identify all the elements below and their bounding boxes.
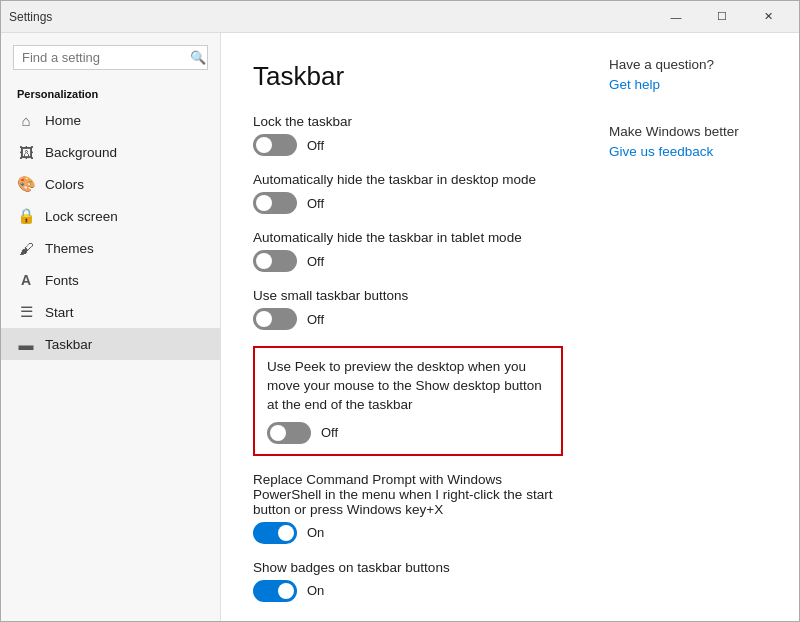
peek-setting-box: Use Peek to preview the desktop when you… — [253, 346, 563, 456]
right-panel: Have a question? Get help Make Windows b… — [599, 33, 799, 621]
sidebar-item-label-home: Home — [45, 113, 81, 128]
right-panel-help-title: Have a question? — [609, 57, 779, 72]
toggle-row-auto-hide-desktop: Off — [253, 192, 563, 214]
label-auto-hide-desktop: Automatically hide the taskbar in deskto… — [253, 172, 563, 187]
sidebar-item-themes[interactable]: 🖌 Themes — [1, 232, 220, 264]
label-auto-hide-tablet: Automatically hide the taskbar in tablet… — [253, 230, 563, 245]
titlebar-controls: — ☐ ✕ — [653, 1, 791, 33]
label-show-badges: Show badges on taskbar buttons — [253, 560, 563, 575]
sidebar-item-label-themes: Themes — [45, 241, 94, 256]
sidebar-item-label-taskbar: Taskbar — [45, 337, 92, 352]
titlebar: Settings — ☐ ✕ — [1, 1, 799, 33]
main-content: Taskbar Lock the taskbar Off Automatical… — [221, 33, 599, 621]
page-title: Taskbar — [253, 61, 563, 92]
settings-window: Settings — ☐ ✕ 🔍 Personalization ⌂ Home … — [0, 0, 800, 622]
sidebar-item-label-start: Start — [45, 305, 74, 320]
maximize-button[interactable]: ☐ — [699, 1, 745, 33]
sidebar-section-label: Personalization — [1, 78, 220, 104]
toggle-peek[interactable] — [267, 422, 311, 444]
taskbar-icon: ▬ — [17, 335, 35, 353]
setting-small-buttons: Use small taskbar buttons Off — [253, 288, 563, 330]
sidebar-item-label-colors: Colors — [45, 177, 84, 192]
sidebar-item-label-lock-screen: Lock screen — [45, 209, 118, 224]
get-help-link[interactable]: Get help — [609, 77, 660, 92]
sidebar-item-background[interactable]: 🖼 Background — [1, 136, 220, 168]
lock-screen-icon: 🔒 — [17, 207, 35, 225]
sidebar-item-fonts[interactable]: A Fonts — [1, 264, 220, 296]
search-input[interactable] — [22, 50, 190, 65]
start-icon: ☰ — [17, 303, 35, 321]
toggle-label-lock-taskbar: Off — [307, 138, 324, 153]
sidebar-item-home[interactable]: ⌂ Home — [1, 104, 220, 136]
right-panel-feedback-title: Make Windows better — [609, 124, 779, 139]
sidebar-item-taskbar[interactable]: ▬ Taskbar — [1, 328, 220, 360]
search-box[interactable]: 🔍 — [13, 45, 208, 70]
toggle-show-badges[interactable] — [253, 580, 297, 602]
sidebar-item-lock-screen[interactable]: 🔒 Lock screen — [1, 200, 220, 232]
right-panel-help: Have a question? Get help — [609, 57, 779, 100]
toggle-small-buttons[interactable] — [253, 308, 297, 330]
toggle-label-auto-hide-tablet: Off — [307, 254, 324, 269]
toggle-auto-hide-tablet[interactable] — [253, 250, 297, 272]
toggle-row-replace-cmd: On — [253, 522, 563, 544]
titlebar-title: Settings — [9, 10, 653, 24]
toggle-label-peek: Off — [321, 425, 338, 440]
setting-auto-hide-desktop: Automatically hide the taskbar in deskto… — [253, 172, 563, 214]
toggle-label-replace-cmd: On — [307, 525, 324, 540]
toggle-label-show-badges: On — [307, 583, 324, 598]
home-icon: ⌂ — [17, 111, 35, 129]
background-icon: 🖼 — [17, 143, 35, 161]
setting-replace-cmd: Replace Command Prompt with Windows Powe… — [253, 472, 563, 544]
search-icon: 🔍 — [190, 50, 206, 65]
minimize-button[interactable]: — — [653, 1, 699, 33]
setting-auto-hide-tablet: Automatically hide the taskbar in tablet… — [253, 230, 563, 272]
give-feedback-link[interactable]: Give us feedback — [609, 144, 713, 159]
setting-show-badges: Show badges on taskbar buttons On — [253, 560, 563, 602]
colors-icon: 🎨 — [17, 175, 35, 193]
toggle-row-lock-taskbar: Off — [253, 134, 563, 156]
label-peek: Use Peek to preview the desktop when you… — [267, 358, 549, 415]
label-replace-cmd: Replace Command Prompt with Windows Powe… — [253, 472, 563, 517]
toggle-replace-cmd[interactable] — [253, 522, 297, 544]
toggle-label-auto-hide-desktop: Off — [307, 196, 324, 211]
sidebar: 🔍 Personalization ⌂ Home 🖼 Background 🎨 … — [1, 33, 221, 621]
toggle-auto-hide-desktop[interactable] — [253, 192, 297, 214]
setting-lock-taskbar: Lock the taskbar Off — [253, 114, 563, 156]
toggle-label-small-buttons: Off — [307, 312, 324, 327]
label-taskbar-location: Taskbar location on screen — [253, 618, 563, 621]
right-panel-feedback: Make Windows better Give us feedback — [609, 124, 779, 167]
sidebar-item-start[interactable]: ☰ Start — [1, 296, 220, 328]
content-area: 🔍 Personalization ⌂ Home 🖼 Background 🎨 … — [1, 33, 799, 621]
toggle-row-auto-hide-tablet: Off — [253, 250, 563, 272]
sidebar-item-label-background: Background — [45, 145, 117, 160]
toggle-row-peek: Off — [267, 422, 549, 444]
dropdown-row-taskbar-location: Taskbar location on screen Bottom ▾ — [253, 618, 563, 621]
label-small-buttons: Use small taskbar buttons — [253, 288, 563, 303]
fonts-icon: A — [17, 271, 35, 289]
label-lock-taskbar: Lock the taskbar — [253, 114, 563, 129]
themes-icon: 🖌 — [17, 239, 35, 257]
sidebar-item-label-fonts: Fonts — [45, 273, 79, 288]
sidebar-item-colors[interactable]: 🎨 Colors — [1, 168, 220, 200]
toggle-row-show-badges: On — [253, 580, 563, 602]
close-button[interactable]: ✕ — [745, 1, 791, 33]
toggle-lock-taskbar[interactable] — [253, 134, 297, 156]
toggle-row-small-buttons: Off — [253, 308, 563, 330]
